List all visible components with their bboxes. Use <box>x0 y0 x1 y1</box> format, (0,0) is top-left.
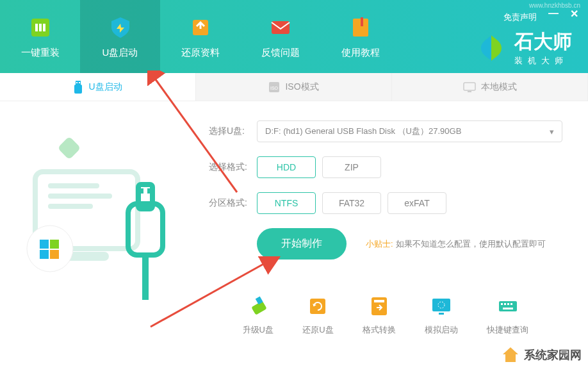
form-area: 选择U盘: D:F: (hd1) General USB Flash Disk … <box>196 101 588 371</box>
svg-rect-8 <box>74 85 82 94</box>
partition-option-fat32[interactable]: FAT32 <box>322 192 381 214</box>
partition-option-ntfs[interactable]: NTFS <box>257 192 316 214</box>
tool-label: 还原U盘 <box>302 324 333 336</box>
svg-rect-42 <box>504 303 506 305</box>
svg-rect-20 <box>48 204 93 209</box>
tab-iso-mode[interactable]: ISO ISO模式 <box>196 73 392 101</box>
logo: 石大师 装机大师 <box>476 29 572 67</box>
svg-rect-10 <box>76 82 78 83</box>
illustration-panel <box>0 101 196 371</box>
svg-rect-11 <box>79 82 80 83</box>
usb-shield-icon <box>108 15 133 40</box>
tab-local-mode[interactable]: 本地模式 <box>392 73 588 101</box>
tool-label: 格式转换 <box>363 324 396 336</box>
tool-hotkey-query[interactable]: 快捷键查询 <box>487 295 528 336</box>
svg-rect-25 <box>40 250 49 259</box>
tool-label: 模拟启动 <box>425 324 458 336</box>
logo-icon <box>476 33 507 63</box>
svg-rect-37 <box>432 299 450 311</box>
window-controls: — ✕ <box>548 8 578 20</box>
tip-text: 如果不知道怎么配置，使用默认配置即可 <box>396 239 546 249</box>
nav-tutorial[interactable]: 使用教程 <box>320 0 400 73</box>
tutorial-icon <box>348 15 373 40</box>
tools-row: 升级U盘 还原U盘 格式转换 模拟启动 快捷键查询 <box>209 295 562 336</box>
tab-label: U盘启动 <box>88 81 122 93</box>
tool-upgrade-usb[interactable]: 升级U盘 <box>243 295 274 336</box>
watermark-text: 系统家园网 <box>524 347 582 363</box>
nav-label: 还原资料 <box>181 47 220 59</box>
reinstall-icon <box>28 15 53 40</box>
usb-restore-icon <box>306 295 329 318</box>
usb-select-value: D:F: (hd1) General USB Flash Disk （U盘）27… <box>265 126 461 137</box>
svg-rect-2 <box>39 24 42 31</box>
tab-label: 本地模式 <box>481 81 517 93</box>
sub-tabs: U盘启动 ISO ISO模式 本地模式 <box>0 73 588 101</box>
svg-rect-39 <box>439 313 444 315</box>
nav-label: 使用教程 <box>341 47 380 59</box>
svg-rect-26 <box>50 250 59 259</box>
svg-rect-3 <box>43 24 45 31</box>
usb-icon <box>73 81 83 94</box>
tab-label: ISO模式 <box>285 81 318 93</box>
svg-rect-44 <box>510 303 512 305</box>
svg-rect-34 <box>310 299 325 314</box>
svg-rect-29 <box>140 188 143 194</box>
tool-restore-usb[interactable]: 还原U盘 <box>302 295 333 336</box>
tool-format-convert[interactable]: 格式转换 <box>363 295 396 336</box>
svg-rect-36 <box>374 300 384 302</box>
restore-icon <box>188 15 213 40</box>
feedback-icon <box>268 15 293 40</box>
svg-rect-1 <box>35 24 38 31</box>
svg-rect-7 <box>361 17 363 26</box>
header: www.hnzkhbsb.cn 免责声明 — ✕ 一键重装 U盘启动 还原资料 <box>0 0 588 73</box>
keyboard-icon <box>496 295 519 318</box>
nav-usb-boot[interactable]: U盘启动 <box>80 0 160 73</box>
nav-label: 反馈问题 <box>261 47 300 59</box>
tool-simulate-boot[interactable]: 模拟启动 <box>425 295 458 336</box>
minimize-button[interactable]: — <box>548 8 559 20</box>
svg-rect-41 <box>501 303 503 305</box>
main-nav: 一键重装 U盘启动 还原资料 反馈问题 使用教程 <box>0 0 400 73</box>
svg-rect-30 <box>147 188 151 194</box>
disclaimer-link[interactable]: 免责声明 <box>503 12 537 23</box>
tool-label: 升级U盘 <box>243 324 274 336</box>
format-option-zip[interactable]: ZIP <box>322 156 381 178</box>
svg-rect-31 <box>142 255 149 300</box>
svg-rect-23 <box>40 240 49 249</box>
format-option-hdd[interactable]: HDD <box>257 156 316 178</box>
svg-rect-18 <box>48 183 99 188</box>
nav-reinstall[interactable]: 一键重装 <box>0 0 80 73</box>
start-button[interactable]: 开始制作 <box>257 228 347 260</box>
content-area: 选择U盘: D:F: (hd1) General USB Flash Disk … <box>0 101 588 371</box>
svg-rect-15 <box>468 91 471 92</box>
watermark-home: 系统家园网 <box>501 345 582 365</box>
tool-label: 快捷键查询 <box>487 324 528 336</box>
convert-icon <box>368 295 391 318</box>
logo-sub-text: 装机大师 <box>514 55 572 67</box>
monitor-icon <box>463 82 476 92</box>
svg-rect-45 <box>503 308 513 309</box>
home-icon <box>501 345 520 365</box>
svg-rect-14 <box>464 83 475 90</box>
svg-rect-5 <box>272 21 290 34</box>
usb-select[interactable]: D:F: (hd1) General USB Flash Disk （U盘）27… <box>257 120 562 142</box>
partition-label: 分区格式: <box>209 197 250 209</box>
close-button[interactable]: ✕ <box>570 8 578 20</box>
nav-label: U盘启动 <box>102 47 138 59</box>
simulate-icon <box>430 295 453 318</box>
tip-label: 小贴士: <box>366 239 393 249</box>
logo-main-text: 石大师 <box>514 29 572 55</box>
nav-feedback[interactable]: 反馈问题 <box>240 0 320 73</box>
nav-restore[interactable]: 还原资料 <box>160 0 240 73</box>
partition-option-exfat[interactable]: exFAT <box>388 192 446 214</box>
svg-rect-19 <box>48 194 112 199</box>
svg-rect-40 <box>499 301 517 311</box>
svg-text:ISO: ISO <box>270 86 279 90</box>
svg-rect-24 <box>50 240 59 249</box>
iso-icon: ISO <box>268 81 280 93</box>
usb-select-label: 选择U盘: <box>209 126 250 137</box>
tab-usb-boot[interactable]: U盘启动 <box>0 73 196 101</box>
nav-label: 一键重装 <box>21 47 60 59</box>
format-label: 选择格式: <box>209 161 250 173</box>
usb-upgrade-icon <box>247 295 270 318</box>
